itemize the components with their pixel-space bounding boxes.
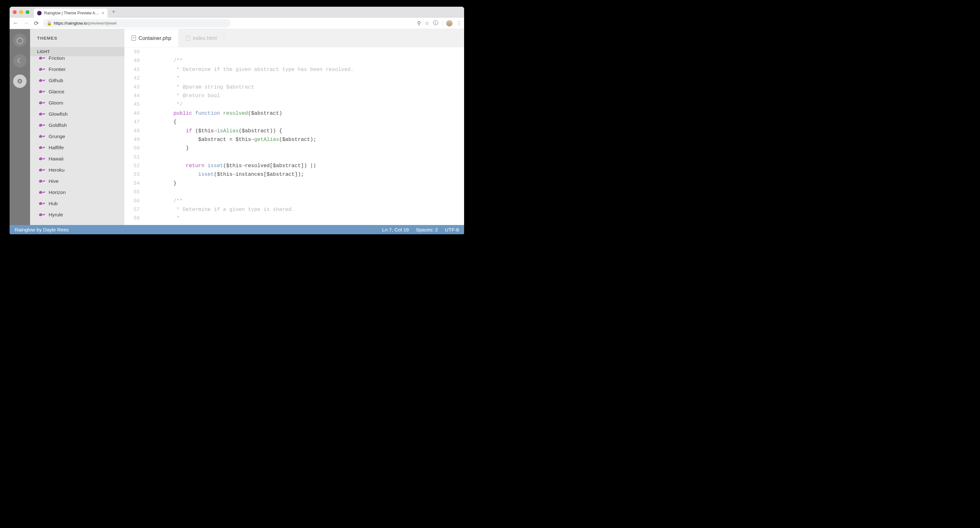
theme-item-label: Grunge	[49, 133, 65, 140]
favicon-icon	[37, 11, 41, 15]
theme-list[interactable]: FrictionFrontierGithubGlanceGloomGlowfis…	[30, 56, 124, 228]
theme-item[interactable]: Halflife	[30, 142, 124, 153]
theme-item[interactable]: Horizon	[30, 187, 124, 198]
browser-tab-title: Rainglow | Theme Preview App	[44, 11, 99, 15]
code-line: * @param string $abstract	[142, 83, 464, 92]
brush-icon	[39, 101, 45, 105]
theme-item-label: Hub	[49, 201, 57, 206]
brush-icon	[39, 90, 45, 94]
rail-dark-button[interactable]: ☾	[13, 54, 27, 67]
theme-item[interactable]: Grunge	[30, 131, 124, 142]
menu-icon[interactable]: ⋮	[457, 20, 461, 26]
php-file-icon	[132, 35, 136, 41]
browser-window: Rainglow | Theme Preview App × + ← → ⟳ 🔒…	[10, 7, 464, 228]
brush-icon	[39, 190, 45, 194]
bookmark-icon[interactable]: ☆	[425, 20, 429, 26]
editor-tabs: Container.phpindex.html	[124, 29, 464, 47]
theme-item-label: Frontier	[49, 67, 65, 72]
minimize-window-button[interactable]	[19, 10, 23, 14]
theme-item[interactable]: Github	[30, 75, 124, 86]
theme-item-label: Hive	[49, 178, 59, 184]
brush-icon	[39, 146, 45, 149]
code-line: if ($this→isAlias($abstract)) {	[142, 127, 464, 135]
app-content: ◯ ☾ ⚙ THEMES LIGHT FrictionFrontierGithu…	[10, 29, 464, 228]
brush-icon	[39, 56, 45, 60]
code-line: isset($this→instances[$abstract]);	[142, 170, 464, 179]
sidebar-section-light: LIGHT	[30, 47, 124, 56]
status-bar: Rainglow by Dayle Rees Ln 7, Col 19 Spac…	[10, 225, 464, 234]
theme-item[interactable]: Hub	[30, 198, 124, 209]
tab-close-button[interactable]: ×	[102, 11, 104, 16]
address-bar: ← → ⟳ 🔒 https://rainglow.io/preview/#jew…	[10, 17, 464, 29]
editor-area: Container.phpindex.html 3940414243444546…	[124, 29, 464, 228]
theme-item[interactable]: Hyrule	[30, 209, 124, 220]
reload-button[interactable]: ⟳	[33, 20, 40, 27]
brush-icon	[39, 135, 45, 138]
brush-icon	[39, 124, 45, 127]
titlebar: Rainglow | Theme Preview App × +	[10, 7, 464, 17]
sidebar: THEMES LIGHT FrictionFrontierGithubGlanc…	[30, 29, 124, 228]
theme-item-label: Glowfish	[49, 111, 67, 117]
status-left: Rainglow by Dayle Rees	[15, 227, 69, 233]
theme-item[interactable]: Friction	[30, 56, 124, 63]
toolbar-right: ⚲ ☆ ⓘ ⋮	[417, 20, 461, 27]
code-line: */	[142, 100, 464, 109]
brush-icon	[39, 202, 45, 206]
code-editor[interactable]: 3940414243444546474849505152535455565758…	[124, 47, 464, 228]
new-tab-button[interactable]: +	[112, 9, 116, 15]
separator	[442, 21, 442, 26]
code-line: * Determine if the given abstract type h…	[142, 65, 464, 74]
theme-item[interactable]: Frontier	[30, 63, 124, 75]
theme-item-label: Heroku	[49, 167, 65, 173]
theme-item[interactable]: Glance	[30, 86, 124, 97]
theme-item-label: Goldfish	[49, 122, 67, 128]
status-encoding[interactable]: UTF-8	[445, 227, 459, 233]
editor-tab[interactable]: index.html	[179, 29, 224, 47]
code-line: }	[142, 144, 464, 153]
rail-settings-button[interactable]: ⚙	[13, 75, 27, 88]
editor-tab[interactable]: Container.php	[124, 29, 179, 47]
theme-item[interactable]: Gloom	[30, 97, 124, 108]
theme-item[interactable]: Hawaii	[30, 153, 124, 164]
theme-item-label: Hyrule	[49, 212, 63, 218]
theme-item-label: Gloom	[49, 100, 63, 106]
code-line: *	[142, 214, 464, 223]
code-line: /**	[142, 57, 464, 65]
rail-light-button[interactable]: ◯	[13, 33, 27, 47]
brush-icon	[39, 157, 45, 161]
theme-item-label: Horizon	[49, 190, 65, 195]
brush-icon	[39, 112, 45, 116]
theme-item[interactable]: Hive	[30, 176, 124, 187]
profile-avatar[interactable]	[446, 20, 453, 27]
theme-item-label: Hawaii	[49, 156, 64, 162]
code-line: $abstract = $this→getAlias($abstract);	[142, 135, 464, 144]
theme-item[interactable]: Goldfish	[30, 119, 124, 131]
forward-button[interactable]: →	[22, 20, 29, 27]
info-icon[interactable]: ⓘ	[433, 20, 438, 27]
zoom-icon[interactable]: ⚲	[417, 20, 421, 26]
code-line: * Determine if a given type is shared.	[142, 206, 464, 214]
close-window-button[interactable]	[13, 10, 17, 14]
editor-tab-label: index.html	[193, 35, 217, 41]
theme-item-label: Glance	[49, 89, 64, 95]
line-number-gutter: 3940414243444546474849505152535455565758	[124, 47, 142, 228]
code-line	[142, 153, 464, 162]
code-line	[142, 188, 464, 197]
theme-item[interactable]: Heroku	[30, 164, 124, 176]
status-cursor-position[interactable]: Ln 7, Col 19	[382, 227, 409, 233]
code-line: {	[142, 118, 464, 127]
brush-icon	[39, 67, 45, 71]
back-button[interactable]: ←	[12, 20, 19, 27]
omnibox[interactable]: 🔒 https://rainglow.io/preview/#jewel	[43, 19, 231, 27]
maximize-window-button[interactable]	[25, 10, 29, 14]
browser-tab[interactable]: Rainglow | Theme Preview App ×	[34, 9, 107, 17]
status-indent[interactable]: Spaces: 2	[416, 227, 438, 233]
theme-item[interactable]: Glowfish	[30, 108, 124, 119]
omnibox-url: https://rainglow.io/preview/#jewel	[54, 21, 117, 25]
theme-item-label: Github	[49, 78, 63, 83]
brush-icon	[39, 79, 45, 82]
window-controls	[13, 10, 29, 14]
brush-icon	[39, 168, 45, 172]
theme-item-label: Friction	[49, 56, 65, 61]
code-lines[interactable]: /** * Determine if the given abstract ty…	[142, 47, 464, 228]
